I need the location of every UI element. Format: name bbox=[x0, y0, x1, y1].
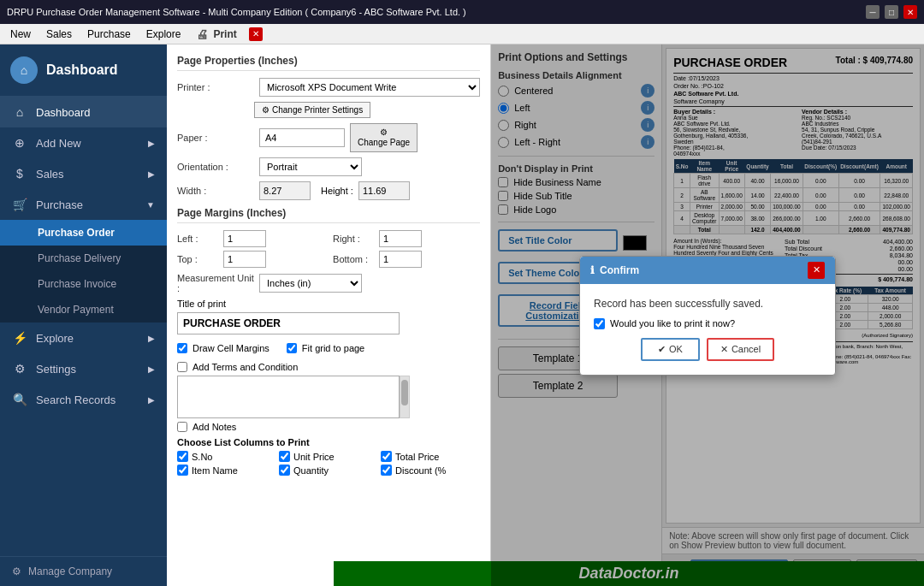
change-page-button[interactable]: ⚙ Change Page bbox=[350, 123, 418, 152]
sidebar-avatar: ⌂ bbox=[10, 56, 38, 84]
paper-input[interactable] bbox=[259, 128, 345, 147]
expand-arrow-sales: ▶ bbox=[148, 169, 155, 179]
confirm-title: Confirm bbox=[600, 264, 639, 276]
col-sno-check[interactable] bbox=[177, 451, 188, 462]
ok-label: OK bbox=[669, 344, 683, 354]
col-total-price: Total Price bbox=[381, 451, 480, 462]
manage-company-icon: ⚙ bbox=[12, 565, 21, 577]
settings-icon: ⚙ bbox=[12, 362, 27, 376]
col-discount-check[interactable] bbox=[381, 465, 392, 476]
fit-grid-label: Fit grid to page bbox=[302, 343, 364, 353]
maximize-button[interactable]: □ bbox=[885, 5, 898, 19]
sidebar-item-purchase-invoice[interactable]: Purchase Invoice bbox=[0, 271, 167, 297]
margin-bottom-input[interactable] bbox=[379, 251, 422, 268]
cancel-label: Cancel bbox=[732, 344, 761, 354]
sidebar-item-search[interactable]: 🔍 Search Records ▶ bbox=[0, 384, 167, 415]
expand-arrow-explore: ▶ bbox=[148, 334, 155, 343]
width-input[interactable] bbox=[259, 181, 311, 200]
draw-cell-checkbox[interactable] bbox=[177, 343, 187, 353]
sidebar-explore-label: Explore bbox=[36, 332, 74, 345]
fit-grid-checkbox-row: Fit grid to page bbox=[287, 343, 364, 353]
menu-purchase[interactable]: Purchase bbox=[80, 27, 138, 42]
sidebar-item-dashboard[interactable]: ⌂ Dashboard bbox=[0, 97, 167, 127]
terms-checkbox-row: Add Terms and Condition bbox=[177, 362, 480, 372]
measure-row: Measurement Unit : Inches (in) bbox=[177, 273, 480, 293]
col-qty-check[interactable] bbox=[279, 465, 290, 476]
print-window-close[interactable]: ✕ bbox=[249, 27, 263, 41]
col-discount: Discount (% bbox=[381, 465, 480, 476]
sidebar-item-explore[interactable]: ⚡ Explore ▶ bbox=[0, 323, 167, 353]
confirm-icon: ℹ bbox=[590, 264, 595, 276]
columns-section: Choose List Columns to Print S.No Unit P… bbox=[177, 437, 480, 476]
change-page-label: Change Page bbox=[358, 138, 410, 147]
main-layout: ⌂ Dashboard ⌂ Dashboard ⊕ Add New ▶ $ Sa… bbox=[0, 44, 924, 586]
expand-arrow-search: ▶ bbox=[148, 395, 155, 405]
expand-arrow-purchase: ▼ bbox=[146, 200, 155, 210]
terms-textarea[interactable] bbox=[177, 376, 400, 418]
col-unitprice-check[interactable] bbox=[279, 451, 290, 462]
margin-right-row: Right : bbox=[333, 230, 480, 247]
draw-cell-checkbox-row: Draw Cell Margins bbox=[177, 343, 270, 353]
menu-new[interactable]: New bbox=[3, 27, 38, 42]
title-print-input[interactable] bbox=[177, 312, 400, 334]
margin-right-input[interactable] bbox=[379, 230, 422, 247]
title-print-label: Title of print bbox=[177, 299, 480, 309]
change-printer-label: Change Printer Settings bbox=[272, 105, 363, 115]
measure-label: Measurement Unit : bbox=[177, 273, 254, 293]
sidebar-title: Dashboard bbox=[46, 62, 118, 78]
cancel-icon: ✕ bbox=[720, 344, 728, 355]
confirm-close-button[interactable]: ✕ bbox=[808, 262, 825, 279]
sidebar-item-sales[interactable]: $ Sales ▶ bbox=[0, 158, 167, 189]
notes-checkbox[interactable] bbox=[177, 422, 187, 432]
col-totalprice-check[interactable] bbox=[381, 451, 392, 462]
sidebar-item-add-new[interactable]: ⊕ Add New ▶ bbox=[0, 127, 167, 158]
confirm-body: Record has been successfully saved. Woul… bbox=[580, 284, 835, 375]
margins-title: Page Margins (Inches) bbox=[177, 207, 480, 223]
col-itemname-check[interactable] bbox=[177, 465, 188, 476]
col-sno: S.No bbox=[177, 451, 276, 462]
print-icon: 🖨 bbox=[196, 27, 208, 41]
sidebar-item-purchase[interactable]: 🛒 Purchase ▼ bbox=[0, 189, 167, 220]
close-window-button[interactable]: ✕ bbox=[903, 5, 917, 19]
sidebar-sales-label: Sales bbox=[36, 168, 64, 181]
menu-explore[interactable]: Explore bbox=[139, 27, 188, 42]
printer-select[interactable]: Microsoft XPS Document Write bbox=[259, 78, 480, 97]
width-label: Width : bbox=[177, 186, 254, 196]
confirm-buttons: ✔ OK ✕ Cancel bbox=[594, 338, 821, 361]
confirm-ok-button[interactable]: ✔ OK bbox=[641, 338, 700, 361]
minimize-button[interactable]: ─ bbox=[866, 5, 880, 19]
orientation-label: Orientation : bbox=[177, 162, 254, 172]
sidebar-item-purchase-delivery[interactable]: Purchase Delivery bbox=[0, 246, 167, 271]
left-panel: Page Properties (Inches) Printer : Micro… bbox=[167, 44, 491, 586]
confirm-checkbox-row: Would you like to print it now? bbox=[594, 318, 821, 329]
dialog-overlay: ℹ Confirm ✕ Record has been successfully… bbox=[491, 44, 924, 586]
orientation-select[interactable]: Portrait bbox=[259, 157, 362, 176]
expand-arrow: ▶ bbox=[148, 139, 155, 148]
draw-cell-label: Draw Cell Margins bbox=[192, 343, 270, 353]
printer-label: Printer : bbox=[177, 82, 254, 92]
menu-sales[interactable]: Sales bbox=[39, 27, 79, 42]
sidebar-item-vendor-payment[interactable]: Vendor Payment bbox=[0, 297, 167, 323]
sidebar-purchase-label: Purchase bbox=[36, 198, 83, 211]
columns-grid: S.No Unit Price Total Price Item Na bbox=[177, 451, 480, 476]
confirm-cancel-button[interactable]: ✕ Cancel bbox=[707, 338, 774, 361]
measure-select[interactable]: Inches (in) bbox=[259, 274, 362, 293]
print-now-checkbox[interactable] bbox=[594, 318, 605, 329]
sidebar-footer[interactable]: ⚙ Manage Company bbox=[0, 556, 167, 586]
purchase-icon: 🛒 bbox=[12, 198, 27, 211]
sidebar-item-purchase-order[interactable]: Purchase Order bbox=[0, 220, 167, 246]
margin-top-input[interactable] bbox=[223, 251, 266, 268]
margin-left-input[interactable] bbox=[223, 230, 266, 247]
change-printer-button[interactable]: ⚙ Change Printer Settings bbox=[254, 102, 370, 118]
window-controls: ─ □ ✕ bbox=[866, 5, 917, 19]
explore-icon: ⚡ bbox=[12, 331, 27, 345]
print-header: 🖨 Print ✕ bbox=[189, 27, 269, 41]
sidebar-item-settings[interactable]: ⚙ Settings ▶ bbox=[0, 353, 167, 384]
fit-grid-checkbox[interactable] bbox=[287, 343, 297, 353]
terms-scrollbar[interactable] bbox=[400, 376, 410, 418]
checkmark-icon: ✔ bbox=[658, 344, 666, 355]
print-dialog: Page Properties (Inches) Printer : Micro… bbox=[167, 44, 924, 586]
terms-checkbox[interactable] bbox=[177, 362, 187, 372]
margins-grid: Left : Right : Top : Bottom : bbox=[177, 230, 480, 268]
height-input[interactable] bbox=[358, 181, 410, 200]
